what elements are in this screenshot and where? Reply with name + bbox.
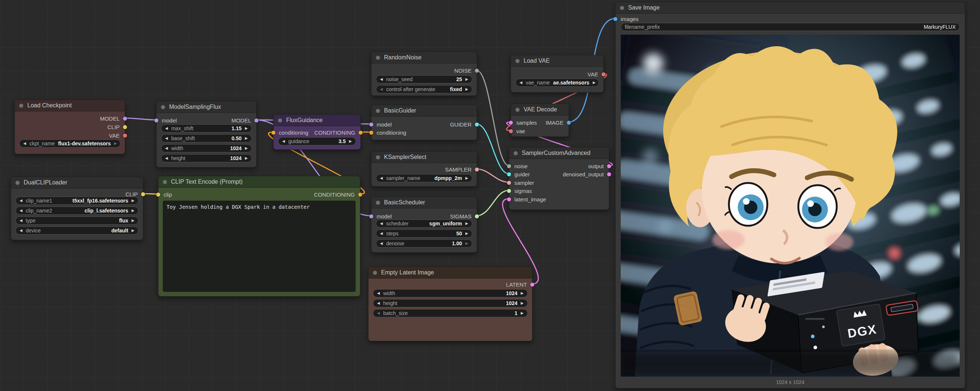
samples-port-dot[interactable] — [509, 120, 513, 125]
collapse-dot-icon[interactable] — [376, 201, 380, 205]
latent-port-dot[interactable] — [607, 172, 611, 176]
node-header[interactable]: CLIP Text Encode (Prompt) — [158, 176, 360, 188]
node-header[interactable]: ModelSamplingFlux — [157, 101, 256, 113]
node-save-image[interactable]: Save Image images filename_prefix Markur… — [615, 2, 965, 388]
arrow-right-icon[interactable]: ▶ — [132, 199, 134, 203]
sampler-port-dot[interactable] — [507, 181, 511, 185]
guider-port-dot[interactable] — [475, 122, 479, 127]
clip-port-dot[interactable] — [141, 192, 145, 196]
conditioning-port-dot[interactable] — [358, 131, 363, 135]
model-port-dot[interactable] — [369, 122, 373, 127]
arrow-right-icon[interactable]: ▶ — [465, 242, 468, 245]
widget-width[interactable]: ◀ width 1024 ▶ — [373, 289, 528, 297]
sampler-port-dot[interactable] — [475, 168, 479, 171]
arrow-right-icon[interactable]: ▶ — [245, 127, 248, 130]
node-load-checkpoint[interactable]: Load Checkpoint MODEL CLIP VAE ◀ ckpt_na… — [14, 100, 125, 154]
arrow-right-icon[interactable]: ▶ — [465, 87, 468, 91]
node-empty-latent-image[interactable]: Empty Latent Image LATENT ◀ width 1024 ▶… — [368, 267, 533, 341]
collapse-dot-icon[interactable] — [376, 56, 380, 60]
arrow-left-icon[interactable]: ◀ — [377, 291, 380, 295]
arrow-left-icon[interactable]: ◀ — [19, 219, 22, 222]
arrow-left-icon[interactable]: ◀ — [380, 87, 383, 91]
widget-ckpt-name[interactable]: ◀ ckpt_name flux1-dev.safetensors ▶ — [19, 139, 120, 147]
node-header[interactable]: Load Checkpoint — [15, 100, 125, 111]
widget-noise-seed[interactable]: ◀ noise_seed 25 ▶ — [376, 75, 472, 83]
arrow-right-icon[interactable]: ▶ — [245, 136, 248, 140]
widget-scheduler[interactable]: ◀ scheduler sgm_uniform ▶ — [376, 220, 472, 228]
widget-width[interactable]: ◀ width 1024 ▶ — [161, 144, 252, 152]
node-basic-scheduler[interactable]: BasicScheduler model SIGMAS ◀ scheduler … — [371, 196, 477, 253]
node-header[interactable]: KSamplerSelect — [371, 152, 477, 163]
node-vae-decode[interactable]: VAE Decode samples vae IMAGE — [511, 104, 569, 137]
widget-clip-name2[interactable]: ◀ clip_name2 clip_l.safetensors ▶ — [16, 207, 138, 215]
vae-port-dot[interactable] — [601, 72, 606, 76]
arrow-right-icon[interactable]: ▶ — [521, 291, 523, 295]
collapse-dot-icon[interactable] — [19, 104, 23, 108]
arrow-left-icon[interactable]: ◀ — [19, 199, 22, 203]
node-header[interactable]: RandomNoise — [371, 52, 477, 63]
node-dual-clip-loader[interactable]: DualCLIPLoader CLIP ◀ clip_name1 t5xxl_f… — [11, 177, 143, 240]
image-port-dot[interactable] — [567, 120, 571, 125]
image-port-dot[interactable] — [613, 17, 617, 21]
arrow-right-icon[interactable]: ▶ — [465, 176, 468, 180]
node-header[interactable]: BasicGuider — [371, 105, 477, 117]
arrow-right-icon[interactable]: ▶ — [132, 229, 134, 233]
collapse-dot-icon[interactable] — [620, 6, 624, 10]
arrow-left-icon[interactable]: ◀ — [377, 311, 380, 315]
arrow-left-icon[interactable]: ◀ — [282, 139, 285, 143]
widget-type[interactable]: ◀ type flux ▶ — [16, 217, 138, 225]
arrow-right-icon[interactable]: ▶ — [245, 157, 248, 160]
node-header[interactable]: VAE Decode — [511, 104, 569, 116]
widget-control-after-generate[interactable]: ◀ control after generate fixed ▶ — [376, 85, 472, 93]
arrow-left-icon[interactable]: ◀ — [377, 301, 380, 305]
node-sampler-custom-advanced[interactable]: SamplerCustomAdvanced noise guider sampl… — [509, 147, 609, 210]
vae-port-dot[interactable] — [123, 133, 127, 138]
arrow-right-icon[interactable]: ▶ — [593, 81, 596, 84]
arrow-left-icon[interactable]: ◀ — [380, 78, 383, 81]
collapse-dot-icon[interactable] — [376, 155, 380, 159]
model-port-dot[interactable] — [123, 117, 127, 120]
guider-port-dot[interactable] — [507, 172, 511, 176]
latent-port-dot[interactable] — [530, 283, 534, 287]
collapse-dot-icon[interactable] — [163, 180, 167, 184]
widget-steps[interactable]: ◀ steps 50 ▶ — [376, 230, 472, 237]
collapse-dot-icon[interactable] — [16, 181, 19, 185]
sigmas-port-dot[interactable] — [507, 189, 511, 193]
widget-clip-name1[interactable]: ◀ clip_name1 t5xxl_fp16.safetensors ▶ — [16, 196, 138, 205]
arrow-right-icon[interactable]: ▶ — [465, 222, 468, 225]
node-clip-text-encode[interactable]: CLIP Text Encode (Prompt) clip CONDITION… — [158, 176, 360, 296]
model-port-dot[interactable] — [255, 119, 258, 122]
widget-vae-name[interactable]: ◀ vae_name ae.safetensors ▶ — [515, 79, 599, 87]
arrow-left-icon[interactable]: ◀ — [380, 242, 383, 245]
arrow-right-icon[interactable]: ▶ — [465, 232, 468, 235]
collapse-dot-icon[interactable] — [161, 105, 165, 109]
node-random-noise[interactable]: RandomNoise NOISE ◀ noise_seed 25 ▶ ◀ co… — [371, 52, 477, 96]
latent-port-dot[interactable] — [607, 164, 611, 168]
widget-filename-prefix[interactable]: filename_prefix MarkuryFLUX — [621, 23, 960, 31]
collapse-dot-icon[interactable] — [278, 119, 282, 122]
collapse-dot-icon[interactable] — [515, 108, 520, 112]
node-load-vae[interactable]: Load VAE VAE ◀ vae_name ae.safetensors ▶ — [511, 55, 604, 93]
widget-height[interactable]: ◀ height 1024 ▶ — [161, 154, 252, 162]
sigmas-port-dot[interactable] — [475, 214, 479, 218]
noise-port-dot[interactable] — [507, 164, 511, 168]
conditioning-port-dot[interactable] — [271, 131, 275, 135]
node-header[interactable]: SamplerCustomAdvanced — [509, 147, 609, 159]
arrow-right-icon[interactable]: ▶ — [132, 209, 134, 212]
node-flux-guidance[interactable]: FluxGuidance conditioning CONDITIONING ◀… — [273, 114, 361, 150]
clip-port-dot[interactable] — [123, 125, 127, 129]
node-ksampler-select[interactable]: KSamplerSelect SAMPLER ◀ sampler_name dp… — [371, 151, 477, 187]
vae-port-dot[interactable] — [509, 129, 513, 133]
arrow-right-icon[interactable]: ▶ — [114, 142, 117, 145]
arrow-left-icon[interactable]: ◀ — [165, 127, 168, 130]
collapse-dot-icon[interactable] — [515, 59, 520, 63]
widget-device[interactable]: ◀ device default ▶ — [16, 226, 138, 234]
arrow-left-icon[interactable]: ◀ — [380, 232, 383, 235]
widget-sampler-name[interactable]: ◀ sampler_name dpmpp_2m ▶ — [376, 174, 472, 182]
arrow-right-icon[interactable]: ▶ — [521, 301, 523, 305]
node-header[interactable]: DualCLIPLoader — [11, 177, 143, 188]
node-header[interactable]: BasicScheduler — [371, 197, 477, 208]
widget-base-shift[interactable]: ◀ base_shift 0.50 ▶ — [161, 134, 252, 142]
node-header[interactable]: Empty Latent Image — [369, 267, 532, 279]
arrow-left-icon[interactable]: ◀ — [165, 136, 168, 140]
